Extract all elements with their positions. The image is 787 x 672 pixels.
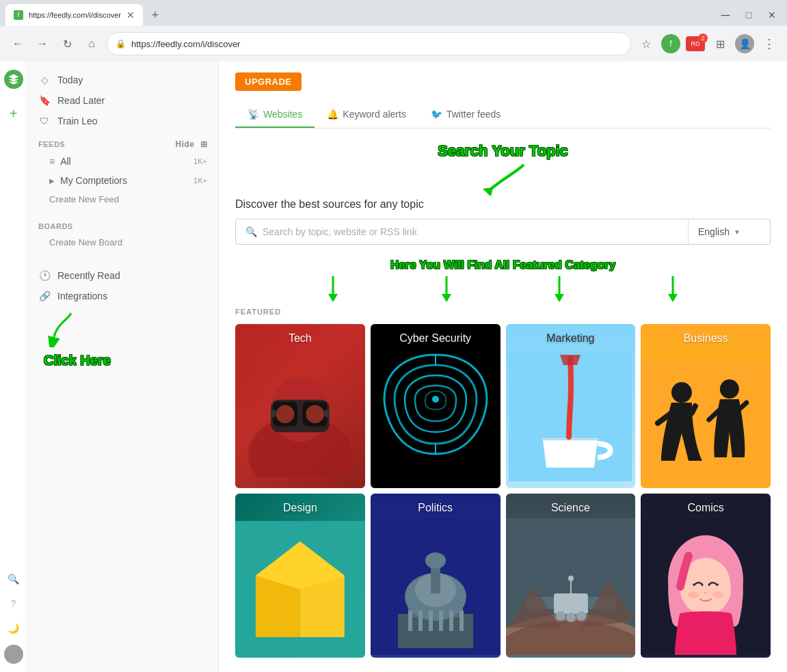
main-layout: + 🔍 ? 🌙 ◇ Today 🔖 Read Later 🛡 Train Leo… xyxy=(0,62,787,672)
svg-rect-13 xyxy=(271,409,276,417)
all-feeds-count: 1K+ xyxy=(194,157,207,165)
svg-point-12 xyxy=(306,405,324,423)
tab-close-button[interactable]: ✕ xyxy=(126,10,135,21)
svg-rect-34 xyxy=(418,610,423,631)
tab-keyword-alerts[interactable]: 🔔 Keyword alerts xyxy=(315,102,418,128)
nav-bar: ← → ↻ ⌂ 🔒 https://feedly.com/i/discover … xyxy=(0,26,787,62)
category-card-science[interactable]: Science xyxy=(506,494,636,658)
marketing-label: Marketing xyxy=(506,332,636,345)
add-feed-button[interactable]: + xyxy=(3,103,25,124)
arrow4-icon xyxy=(663,275,683,302)
twitter-feeds-tab-label: Twitter feeds xyxy=(446,109,501,120)
all-feeds-item[interactable]: ≡ All 1K+ xyxy=(27,152,218,171)
back-button[interactable]: ← xyxy=(8,34,27,53)
integrations-icon: 🔗 xyxy=(38,291,51,301)
red-extension[interactable]: RD 2 xyxy=(686,36,705,51)
upgrade-button[interactable]: UPGRADE xyxy=(235,72,302,91)
bookmark-button[interactable]: ☆ xyxy=(637,34,656,53)
expand-icon: ▶ xyxy=(49,177,55,185)
business-visual xyxy=(641,357,771,488)
category-card-business[interactable]: Business xyxy=(641,324,771,488)
svg-point-15 xyxy=(432,396,439,403)
category-card-comics[interactable]: Comics xyxy=(641,494,771,658)
active-tab[interactable]: f https://feedly.com/i/discover ✕ xyxy=(5,4,143,26)
tab-bar: f https://feedly.com/i/discover ✕ + ─ □ … xyxy=(0,0,787,26)
coffee-visual xyxy=(506,349,636,488)
grid-icon[interactable]: ⊞ xyxy=(200,139,208,149)
category-card-marketing[interactable]: Marketing xyxy=(506,324,636,488)
nav-panel: ◇ Today 🔖 Read Later 🛡 Train Leo FEEDS H… xyxy=(27,62,219,672)
feedly-extension[interactable]: f xyxy=(661,34,680,53)
boards-label: BOARDS xyxy=(38,222,73,230)
night-mode-button[interactable]: 🌙 xyxy=(3,617,25,639)
category-card-politics[interactable]: Politics xyxy=(371,494,501,658)
maximize-button[interactable]: □ xyxy=(739,5,758,25)
feeds-label: FEEDS xyxy=(38,140,65,148)
science-visual xyxy=(506,518,636,658)
svg-point-11 xyxy=(276,405,295,423)
search-input-wrap: 🔍 xyxy=(236,219,688,244)
politics-visual xyxy=(371,518,501,658)
reload-button[interactable]: ↻ xyxy=(57,34,77,53)
integrations-nav-item[interactable]: 🔗 Integrations xyxy=(27,286,218,306)
menu-button[interactable]: ⋮ xyxy=(760,34,779,53)
create-new-board-link[interactable]: Create New Board xyxy=(27,233,218,252)
click-arrow-icon xyxy=(44,306,78,347)
twitter-feeds-tab-icon: 🐦 xyxy=(431,109,442,120)
hide-label[interactable]: Hide xyxy=(175,139,194,149)
today-icon: ◇ xyxy=(38,75,51,85)
search-topic-annotation: Search Your Topic xyxy=(235,142,771,160)
svg-rect-38 xyxy=(459,610,464,631)
svg-point-45 xyxy=(556,611,565,621)
discover-tabs: 📡 Websites 🔔 Keyword alerts 🐦 Twitter fe… xyxy=(235,102,771,129)
home-button[interactable]: ⌂ xyxy=(82,34,101,53)
language-selector[interactable]: English ▼ xyxy=(688,219,770,244)
profile-avatar[interactable]: 👤 xyxy=(735,34,754,53)
svg-rect-37 xyxy=(449,610,453,631)
read-later-nav-item[interactable]: 🔖 Read Later xyxy=(27,90,218,111)
forward-button[interactable]: → xyxy=(33,34,52,53)
extensions-button[interactable]: ⊞ xyxy=(710,34,730,53)
new-tab-button[interactable]: + xyxy=(146,5,165,25)
search-arrow-icon xyxy=(462,161,544,196)
boards-section-header: BOARDS xyxy=(27,214,218,233)
read-later-label: Read Later xyxy=(57,95,105,106)
tab-websites[interactable]: 📡 Websites xyxy=(235,102,315,128)
address-bar[interactable]: 🔒 https://feedly.com/i/discover xyxy=(107,32,631,55)
category-card-cyber-security[interactable]: Cyber Security xyxy=(371,324,501,488)
feedly-logo[interactable] xyxy=(4,70,23,89)
search-sidebar-button[interactable]: 🔍 xyxy=(3,568,25,590)
vr-headset-visual xyxy=(235,357,365,488)
svg-line-57 xyxy=(708,584,709,585)
category-card-design[interactable]: Design xyxy=(235,494,365,658)
svg-point-47 xyxy=(576,611,586,621)
svg-rect-42 xyxy=(554,593,588,614)
train-leo-nav-item[interactable]: 🛡 Train Leo xyxy=(27,111,218,131)
recently-read-nav-item[interactable]: 🕐 Recently Read xyxy=(27,265,218,286)
my-competitors-label: My Comptetiors xyxy=(60,175,127,186)
today-nav-item[interactable]: ◇ Today xyxy=(27,70,218,90)
language-text: English xyxy=(698,226,730,237)
help-button[interactable]: ? xyxy=(3,593,25,615)
tab-twitter-feeds[interactable]: 🐦 Twitter feeds xyxy=(418,102,513,128)
my-competitors-item[interactable]: ▶ My Comptetiors 1K+ xyxy=(27,171,218,190)
search-input[interactable] xyxy=(263,226,678,237)
create-new-board-label: Create New Board xyxy=(49,237,122,247)
science-label: Science xyxy=(506,502,636,514)
click-annotation-area: 🕐 Recently Read 🔗 Integrations xyxy=(27,252,218,313)
security-icon: 🔒 xyxy=(116,39,126,49)
category-card-tech[interactable]: Tech xyxy=(235,324,365,488)
feeds-section-header: FEEDS Hide ⊞ xyxy=(27,131,218,152)
svg-marker-4 xyxy=(555,294,564,302)
all-feeds-label: All xyxy=(60,156,71,167)
create-new-feed-link[interactable]: Create New Feed xyxy=(27,190,218,209)
click-here-annotation: Click Here xyxy=(44,306,111,368)
websites-tab-icon: 📡 xyxy=(248,109,259,120)
design-label: Design xyxy=(235,502,365,514)
minimize-button[interactable]: ─ xyxy=(716,5,735,25)
all-feeds-left: ≡ All xyxy=(49,156,71,167)
svg-point-59 xyxy=(688,591,699,598)
user-avatar[interactable] xyxy=(4,645,23,664)
close-window-button[interactable]: ✕ xyxy=(762,5,782,25)
search-container: 🔍 English ▼ xyxy=(235,219,771,245)
